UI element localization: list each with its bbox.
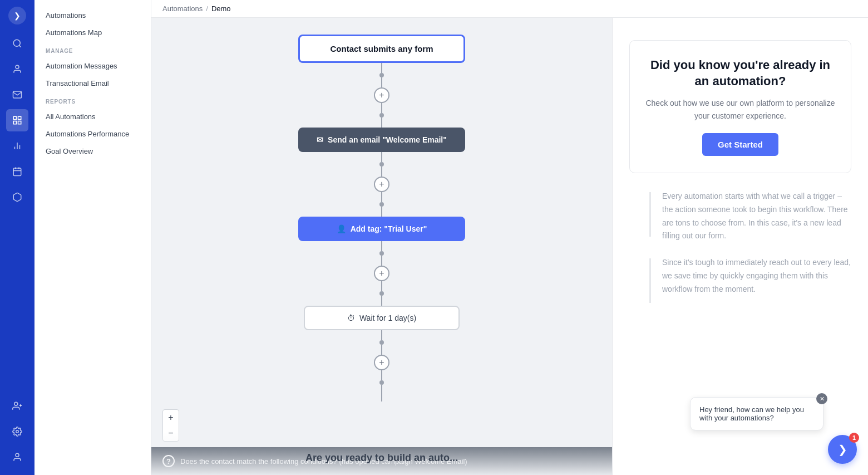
flow-canvas: Contact submits any form + ✉ Send an ema… — [151, 18, 612, 475]
add-step-btn-2[interactable]: + — [374, 177, 389, 192]
tag-node-label: Add tag: "Trial User" — [351, 224, 427, 233]
email-icon[interactable] — [6, 84, 28, 106]
manage-section-label: MANAGE — [34, 41, 151, 57]
svg-point-14 — [14, 402, 18, 405]
nav-item-all-automations[interactable]: All Automations — [34, 108, 151, 125]
nav-item-transactional-email[interactable]: Transactional Email — [34, 75, 151, 92]
svg-point-2 — [16, 65, 19, 68]
nav-item-automations-map[interactable]: Automations Map — [34, 24, 151, 41]
action-node-email[interactable]: ✉ Send an email "Welcome Email" — [298, 128, 465, 152]
svg-rect-10 — [13, 168, 21, 176]
connector-2: + — [374, 152, 389, 217]
breadcrumb: Automations / Demo — [151, 0, 868, 18]
chat-arrow-icon: ❯ — [838, 443, 847, 456]
nav-item-automations-performance[interactable]: Automations Performance — [34, 125, 151, 143]
icon-sidebar: ❯ — [0, 0, 34, 475]
info-text-2: Since it's tough to immediately reach ou… — [662, 256, 851, 296]
bottom-cta-text: Are you ready to build an auto... — [305, 452, 458, 464]
svg-line-1 — [19, 45, 21, 47]
trigger-node[interactable]: Contact submits any form — [298, 35, 465, 63]
connector-3: + — [374, 241, 389, 306]
info-card: Did you know you're already in an automa… — [629, 40, 851, 173]
email-node-icon: ✉ — [317, 135, 323, 144]
get-started-button[interactable]: Get Started — [702, 133, 778, 156]
email-node-label: Send an email "Welcome Email" — [328, 135, 447, 144]
settings-icon[interactable] — [6, 420, 28, 443]
chat-message: Hey friend, how can we help you with you… — [699, 405, 814, 422]
add-step-btn-1[interactable]: + — [374, 87, 389, 103]
left-navigation: Automations Automations Map MANAGE Autom… — [34, 0, 151, 475]
wait-icon: ⏱ — [347, 314, 355, 322]
chat-close-btn[interactable]: ✕ — [816, 393, 827, 404]
flow-wrapper: Contact submits any form + ✉ Send an ema… — [162, 35, 601, 401]
svg-rect-4 — [18, 116, 21, 119]
section-divider-line-2 — [649, 258, 651, 303]
analytics-icon[interactable] — [6, 186, 28, 208]
section-divider-line — [649, 192, 651, 237]
automations-icon[interactable] — [6, 109, 28, 131]
svg-rect-6 — [13, 121, 16, 124]
wait-node[interactable]: ⏱ Wait for 1 day(s) — [304, 306, 460, 330]
info-section-1: Every automation starts with what we cal… — [629, 190, 851, 243]
connector-1: + — [374, 63, 389, 128]
reports-bar-icon[interactable] — [6, 135, 28, 157]
breadcrumb-parent[interactable]: Automations — [162, 4, 203, 13]
nav-item-goal-overview[interactable]: Goal Overview — [34, 143, 151, 160]
svg-rect-3 — [13, 116, 16, 119]
tag-node-icon: 👤 — [337, 224, 346, 233]
collapse-sidebar-btn[interactable]: ❯ — [8, 7, 26, 25]
add-step-btn-4[interactable]: + — [374, 355, 389, 370]
nav-item-automation-messages[interactable]: Automation Messages — [34, 57, 151, 75]
svg-point-0 — [13, 40, 20, 46]
svg-rect-5 — [18, 121, 21, 124]
info-text-1: Every automation starts with what we cal… — [662, 190, 851, 243]
search-icon[interactable] — [6, 32, 28, 55]
reports-section-label: REPORTS — [34, 92, 151, 108]
nav-item-automations[interactable]: Automations — [34, 9, 151, 24]
chat-badge: 1 — [849, 433, 859, 443]
svg-point-17 — [16, 430, 19, 433]
contacts-icon[interactable] — [6, 58, 28, 80]
chat-circle-btn[interactable]: ❯ 1 — [828, 435, 857, 464]
info-section-2: Since it's tough to immediately reach ou… — [629, 256, 851, 303]
calendar-icon[interactable] — [6, 160, 28, 183]
chat-widget: ✕ Hey friend, how can we help you with y… — [690, 397, 823, 430]
zoom-in-btn[interactable]: + — [163, 410, 179, 425]
user-profile-icon[interactable] — [6, 446, 28, 468]
action-node-tag[interactable]: 👤 Add tag: "Trial User" — [298, 217, 465, 241]
add-contacts-icon[interactable] — [6, 395, 28, 417]
bottom-cta-overlay: Are you ready to build an auto... — [151, 430, 612, 475]
info-card-description: Check out how we use our own platform to… — [643, 97, 837, 122]
breadcrumb-current: Demo — [211, 4, 231, 13]
connector-4: + — [374, 330, 389, 401]
breadcrumb-separator: / — [206, 4, 208, 13]
add-step-btn-3[interactable]: + — [374, 266, 389, 281]
wait-label: Wait for 1 day(s) — [359, 314, 416, 322]
info-card-title: Did you know you're already in an automa… — [643, 57, 837, 89]
svg-point-18 — [16, 453, 19, 457]
